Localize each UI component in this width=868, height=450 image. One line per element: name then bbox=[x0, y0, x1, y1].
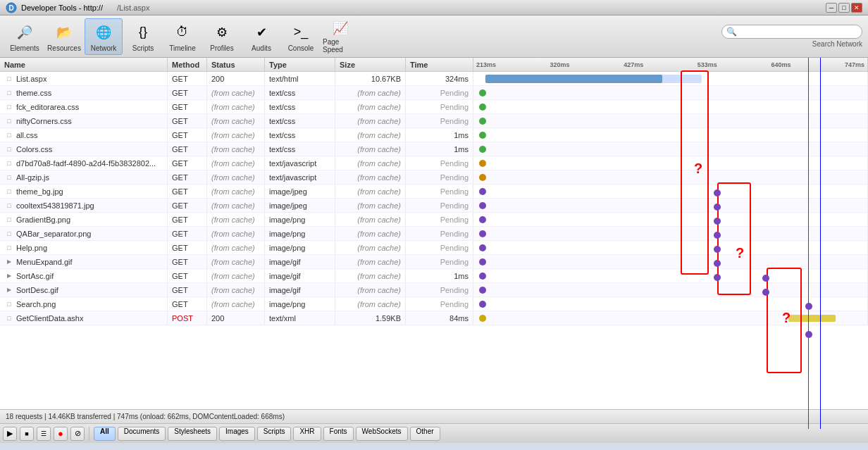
file-name: GetClientData.ashx bbox=[16, 314, 83, 323]
minimize-button[interactable]: ─ bbox=[826, 3, 837, 13]
td-status: (from cache) bbox=[207, 283, 265, 296]
clear-button[interactable]: ⊘ bbox=[70, 427, 85, 441]
td-timeline bbox=[473, 142, 868, 156]
table-row[interactable]: ▶SortAsc.gifGET(from cache)image/gif(fro… bbox=[0, 269, 868, 283]
table-row[interactable]: □all.cssGET(from cache)text/css(from cac… bbox=[0, 128, 868, 142]
td-timeline bbox=[473, 128, 868, 142]
file-name: d7bd70a8-fadf-4890-a2d4-f5b3832802... bbox=[16, 159, 156, 168]
table-row[interactable]: ▶MenuExpand.gifGET(from cache)image/gif(… bbox=[0, 255, 868, 269]
tool-btn-resources[interactable]: 📂Resources bbox=[45, 18, 83, 55]
search-box[interactable]: 🔍 bbox=[721, 25, 862, 39]
td-name: □theme_bg.jpg bbox=[0, 185, 168, 198]
tool-label-profiles: Profiles bbox=[210, 44, 233, 52]
td-method: GET bbox=[168, 199, 207, 212]
file-icon: □ bbox=[4, 299, 14, 309]
table-header: Name Method Status Type Size Time 213ms3… bbox=[0, 58, 868, 72]
td-method: GET bbox=[168, 213, 207, 226]
title-bar: D Developer Tools - http:// /List.aspx ─… bbox=[0, 0, 868, 15]
table-row[interactable]: ▶SortDesc.gifGET(from cache)image/gif(fr… bbox=[0, 283, 868, 297]
td-size: (from cache) bbox=[335, 142, 406, 156]
table-row[interactable]: □GradientBg.pngGET(from cache)image/png(… bbox=[0, 213, 868, 227]
tool-btn-audits[interactable]: ✔Audits bbox=[242, 18, 280, 55]
td-name: □fck_editorarea.css bbox=[0, 100, 168, 113]
td-status: (from cache) bbox=[207, 86, 265, 99]
filter-btn-websockets[interactable]: WebSockets bbox=[356, 427, 408, 441]
td-size: (from cache) bbox=[335, 283, 406, 296]
tool-buttons: 🔎Elements📂Resources🌐Network{}Scripts⏱Tim… bbox=[6, 18, 359, 55]
table-row[interactable]: □cooltext543819871.jpgGET(from cache)ima… bbox=[0, 199, 868, 213]
table-row[interactable]: □QABar_separator.pngGET(from cache)image… bbox=[0, 227, 868, 241]
filter-btn-stylesheets[interactable]: Stylesheets bbox=[168, 427, 217, 441]
tool-btn-scripts[interactable]: {}Scripts bbox=[124, 18, 162, 55]
td-size: (from cache) bbox=[335, 100, 406, 113]
filter-btn-fonts[interactable]: Fonts bbox=[323, 427, 354, 441]
table-row[interactable]: □theme.cssGET(from cache)text/css(from c… bbox=[0, 86, 868, 100]
td-type: text/html bbox=[265, 72, 335, 85]
table-row[interactable]: □fck_editorarea.cssGET(from cache)text/c… bbox=[0, 100, 868, 114]
close-button[interactable]: ✕ bbox=[851, 3, 862, 13]
td-time: Pending bbox=[406, 185, 473, 198]
run-button[interactable]: ▶ bbox=[3, 427, 17, 441]
profiles-icon: ⚙ bbox=[211, 21, 233, 44]
td-type: image/png bbox=[265, 213, 335, 226]
td-method: GET bbox=[168, 86, 207, 99]
td-timeline bbox=[473, 86, 868, 99]
file-name: niftyCorners.css bbox=[16, 117, 72, 125]
tool-btn-elements[interactable]: 🔎Elements bbox=[6, 18, 44, 55]
filter-btn-documents[interactable]: Documents bbox=[118, 427, 166, 441]
timeline-dot bbox=[479, 132, 486, 139]
status-bar: 18 requests | 14.46KB transferred | 747m… bbox=[0, 409, 868, 423]
table-row[interactable]: □Colors.cssGET(from cache)text/css(from … bbox=[0, 142, 868, 156]
td-timeline bbox=[473, 185, 868, 198]
td-size: 1.59KB bbox=[335, 311, 406, 325]
list-button[interactable]: ☰ bbox=[37, 427, 51, 441]
file-name: all.css bbox=[16, 131, 38, 139]
tool-btn-pagespeed[interactable]: 📈Page Speed bbox=[321, 18, 359, 55]
table-row[interactable]: □Search.pngGET(from cache)image/png(from… bbox=[0, 297, 868, 311]
window-subtitle: /List.aspx bbox=[117, 4, 149, 12]
timeline-dot bbox=[479, 301, 486, 308]
filter-btn-xhr[interactable]: XHR bbox=[293, 427, 321, 441]
table-row[interactable]: □GetClientData.ashxPOST200text/xml1.59KB… bbox=[0, 311, 868, 325]
filter-btn-other[interactable]: Other bbox=[410, 427, 440, 441]
td-status: (from cache) bbox=[207, 297, 265, 311]
td-time: 324ms bbox=[406, 72, 473, 85]
file-icon: ▶ bbox=[4, 271, 14, 281]
filter-separator bbox=[89, 427, 89, 441]
status-text: 18 requests | 14.46KB transferred | 747m… bbox=[6, 413, 285, 420]
table-row[interactable]: □Help.pngGET(from cache)image/png(from c… bbox=[0, 241, 868, 255]
stop-button[interactable]: ■ bbox=[20, 427, 34, 441]
table-row[interactable]: □niftyCorners.cssGET(from cache)text/css… bbox=[0, 114, 868, 128]
td-size: 10.67KB bbox=[335, 72, 406, 85]
file-icon: □ bbox=[4, 313, 14, 323]
timeline-dot bbox=[479, 315, 486, 322]
record-button[interactable]: ● bbox=[54, 427, 68, 441]
table-row[interactable]: □theme_bg.jpgGET(from cache)image/jpeg(f… bbox=[0, 185, 868, 199]
table-row[interactable]: □List.aspxGET200text/html10.67KB324ms bbox=[0, 72, 868, 86]
th-status: Status bbox=[207, 58, 265, 71]
table-row[interactable]: □All-gzip.jsGET(from cache)text/javascri… bbox=[0, 170, 868, 185]
td-status: (from cache) bbox=[207, 199, 265, 212]
td-method: GET bbox=[168, 283, 207, 296]
td-status: (from cache) bbox=[207, 255, 265, 268]
td-time: Pending bbox=[406, 283, 473, 296]
td-timeline bbox=[473, 283, 868, 296]
tool-btn-console[interactable]: >_Console bbox=[282, 18, 320, 55]
table-row[interactable]: □d7bd70a8-fadf-4890-a2d4-f5b3832802...GE… bbox=[0, 156, 868, 170]
td-timeline bbox=[473, 255, 868, 268]
tool-btn-timeline[interactable]: ⏱Timeline bbox=[163, 18, 202, 55]
tool-btn-network[interactable]: 🌐Network bbox=[85, 18, 123, 55]
search-input[interactable] bbox=[739, 27, 852, 36]
file-name: Search.png bbox=[16, 300, 56, 308]
td-size: (from cache) bbox=[335, 170, 406, 184]
maximize-button[interactable]: □ bbox=[838, 3, 850, 13]
filter-btn-scripts[interactable]: Scripts bbox=[257, 427, 292, 441]
tool-btn-profiles[interactable]: ⚙Profiles bbox=[203, 18, 241, 55]
timeline-dot bbox=[479, 89, 486, 96]
td-size: (from cache) bbox=[335, 213, 406, 226]
filter-btn-all[interactable]: All bbox=[94, 427, 116, 441]
td-type: text/xml bbox=[265, 311, 335, 325]
filter-btn-images[interactable]: Images bbox=[219, 427, 255, 441]
file-icon: □ bbox=[4, 173, 14, 182]
file-icon: □ bbox=[4, 187, 14, 196]
